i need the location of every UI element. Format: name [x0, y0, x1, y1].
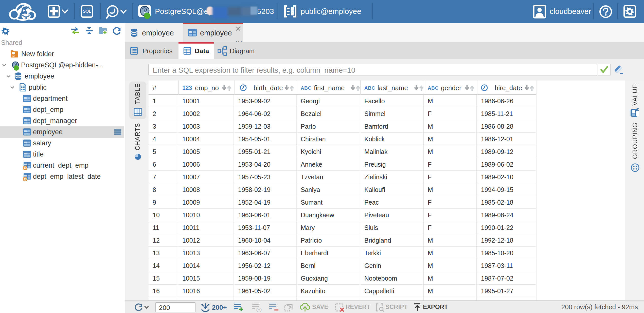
svg-text:(+): (+)	[256, 307, 262, 312]
